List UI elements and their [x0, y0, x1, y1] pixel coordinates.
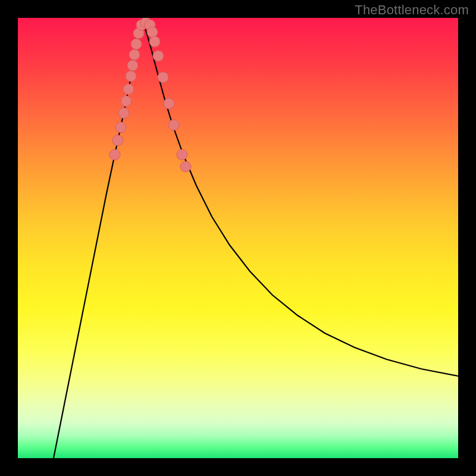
data-marker	[115, 122, 126, 133]
data-marker	[147, 27, 158, 37]
chart-frame: TheBottleneck.com	[0, 0, 476, 476]
data-marker	[129, 49, 140, 60]
data-marker	[121, 96, 131, 107]
data-marker	[126, 71, 136, 82]
data-marker	[127, 60, 138, 71]
data-marker	[123, 84, 134, 95]
curve-layer	[18, 18, 458, 458]
data-marker	[109, 149, 120, 160]
data-marker	[164, 98, 174, 109]
data-marker	[180, 161, 191, 172]
data-marker	[158, 72, 168, 83]
data-marker	[112, 135, 123, 146]
data-marker	[131, 39, 142, 49]
data-marker	[177, 149, 187, 160]
watermark-text: TheBottleneck.com	[355, 2, 469, 18]
plot-area	[18, 18, 458, 458]
curve-right-branch	[143, 23, 458, 376]
data-marker	[149, 36, 160, 47]
data-marker	[118, 108, 129, 118]
data-marker	[153, 51, 164, 61]
data-marker	[168, 120, 179, 130]
